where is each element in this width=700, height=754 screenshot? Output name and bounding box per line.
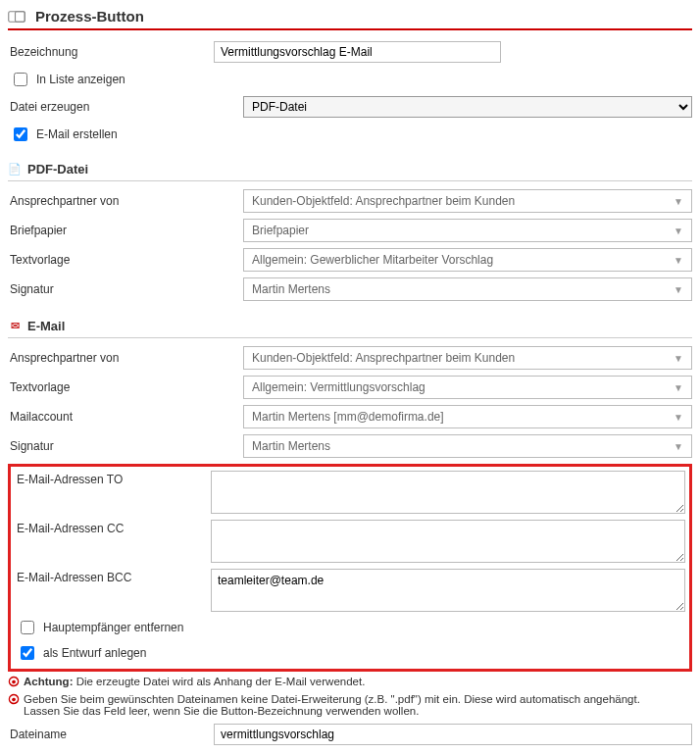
pdf-section-title: PDF-Datei	[27, 162, 88, 176]
warning-icon: ⦿	[8, 676, 20, 689]
chevron-down-icon: ▼	[674, 382, 683, 393]
email-ansprech-select[interactable]: Kunden-Objektfeld: Ansprechpartner beim …	[243, 346, 692, 370]
email-bcc-textarea[interactable]	[211, 569, 685, 612]
email-cc-textarea[interactable]	[211, 520, 685, 563]
datei-erzeugen-select[interactable]: PDF-Datei	[243, 96, 692, 118]
pdf-textvorlage-label: Textvorlage	[8, 253, 214, 267]
chevron-down-icon: ▼	[674, 196, 683, 207]
email-textvorlage-select[interactable]: Allgemein: Vermittlungsvorschlag ▼	[243, 376, 692, 399]
email-cc-label: E-Mail-Adressen CC	[15, 520, 211, 535]
bezeichnung-input[interactable]	[214, 41, 501, 63]
page-title: Prozess-Button	[35, 8, 144, 25]
email-ansprech-label: Ansprechpartner von	[8, 351, 214, 365]
chevron-down-icon: ▼	[674, 226, 683, 236]
entwurf-label: als Entwurf anlegen	[43, 646, 146, 660]
svg-rect-0	[9, 11, 25, 22]
hauptempfaenger-label: Hauptempfänger entfernen	[43, 621, 183, 634]
chevron-down-icon: ▼	[674, 353, 683, 364]
pdf-ansprech-select[interactable]: Kunden-Objektfeld: Ansprechpartner beim …	[243, 189, 692, 213]
pdf-signatur-select[interactable]: Martin Mertens ▼	[243, 277, 692, 301]
pdf-ansprech-label: Ansprechpartner von	[8, 194, 214, 208]
email-addresses-highlight: E-Mail-Adressen TO E-Mail-Adressen CC E-…	[8, 464, 692, 672]
envelope-icon: ✉	[8, 320, 22, 333]
email-bcc-label: E-Mail-Adressen BCC	[15, 569, 211, 584]
in-liste-label: In Liste anzeigen	[36, 73, 125, 86]
email-mailaccount-label: Mailaccount	[8, 410, 214, 424]
tag-icon	[8, 10, 25, 24]
in-liste-checkbox[interactable]	[14, 73, 27, 86]
pdf-signatur-label: Signatur	[8, 282, 214, 296]
email-to-label: E-Mail-Adressen TO	[15, 471, 211, 486]
achtung-notice: ⦿ Achtung: Die erzeugte Datei wird als A…	[8, 676, 692, 689]
email-section-title: E-Mail	[27, 319, 65, 333]
hauptempfaenger-checkbox[interactable]	[21, 621, 34, 634]
dateiname-label: Dateiname	[8, 728, 214, 741]
chevron-down-icon: ▼	[674, 412, 683, 423]
email-to-textarea[interactable]	[211, 471, 685, 514]
email-erstellen-checkbox[interactable]	[14, 127, 27, 141]
datei-erzeugen-label: Datei erzeugen	[8, 100, 214, 114]
bezeichnung-label: Bezeichnung	[8, 45, 214, 59]
email-textvorlage-label: Textvorlage	[8, 380, 214, 394]
email-mailaccount-select[interactable]: Martin Mertens [mm@demofirma.de] ▼	[243, 405, 692, 428]
pdf-textvorlage-select[interactable]: Allgemein: Gewerblicher Mitarbeiter Vors…	[243, 248, 692, 272]
pdf-icon: 📄	[8, 163, 22, 176]
email-erstellen-label: E-Mail erstellen	[36, 127, 118, 141]
dateiname-input[interactable]	[214, 724, 692, 745]
svg-rect-1	[16, 11, 25, 22]
entwurf-checkbox[interactable]	[21, 646, 34, 660]
chevron-down-icon: ▼	[674, 441, 683, 452]
chevron-down-icon: ▼	[674, 284, 683, 295]
pdf-briefpapier-label: Briefpapier	[8, 224, 214, 237]
info-icon: ⦿	[8, 693, 20, 707]
pdf-briefpapier-select[interactable]: Briefpapier ▼	[243, 219, 692, 242]
email-signatur-label: Signatur	[8, 439, 214, 453]
chevron-down-icon: ▼	[674, 255, 683, 266]
email-signatur-select[interactable]: Martin Mertens ▼	[243, 434, 692, 458]
hint-notice: ⦿ Geben Sie beim gewünschten Dateinamen …	[8, 693, 692, 717]
